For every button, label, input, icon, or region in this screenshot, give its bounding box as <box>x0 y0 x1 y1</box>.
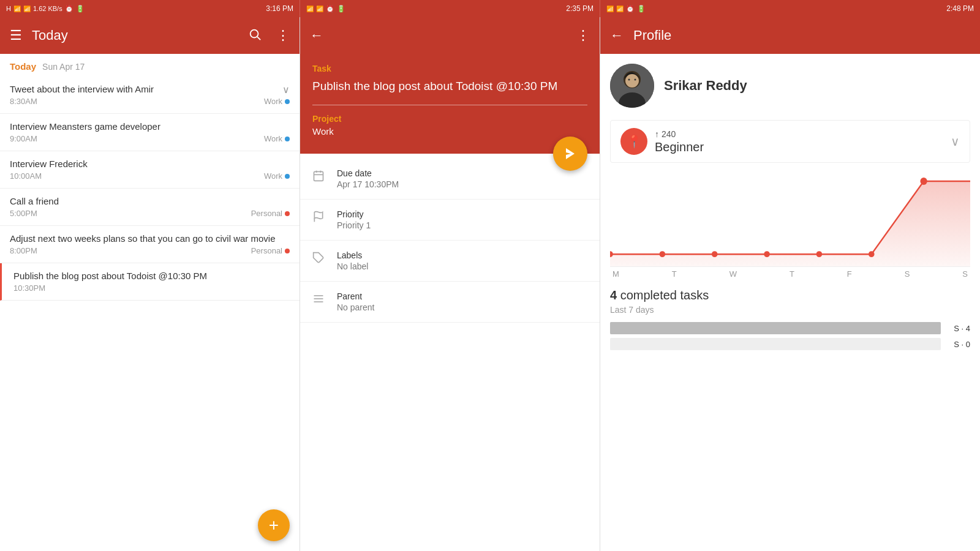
task-meta: 8:30AM Work <box>10 97 290 106</box>
task-project: Personal <box>251 209 290 218</box>
task-project: Personal <box>251 246 290 255</box>
svg-point-16 <box>628 79 630 81</box>
detail-label: Due date <box>337 168 399 178</box>
task-project: Work <box>264 171 290 181</box>
task-section-label: Task <box>312 64 587 73</box>
task-detail-title: Publish the blog post about Todoist @10:… <box>312 78 587 105</box>
more-icon[interactable]: ⋮ <box>576 28 590 43</box>
project-dot <box>285 137 290 141</box>
profile-header: ← Profile <box>600 17 980 54</box>
karma-info: ↑ 240 Beginner <box>655 129 943 154</box>
task-item[interactable]: Adjust next two weeks plans so that you … <box>0 226 300 263</box>
svg-marker-2 <box>566 148 575 159</box>
project-dot <box>285 249 290 253</box>
add-task-button[interactable]: + <box>258 509 290 541</box>
bar-track-empty <box>610 338 941 350</box>
detail-value: No parent <box>337 302 374 312</box>
task-item[interactable]: Publish the blog post about Todoist @10:… <box>0 263 300 301</box>
karma-section[interactable]: 📍 ↑ 240 Beginner ∨ <box>610 120 970 163</box>
signal-3: 📶 📶 ⏰ 🔋 <box>606 5 646 13</box>
speed-indicator: 1.62 KB/s <box>33 5 62 12</box>
today-label: Today <box>10 61 36 72</box>
project-section-value: Work <box>312 126 587 137</box>
task-project: Work <box>264 134 290 143</box>
svg-point-20 <box>660 251 665 257</box>
more-icon[interactable]: ⋮ <box>276 28 290 43</box>
detail-content: Due date Apr 17 10:30PM <box>337 168 399 189</box>
detail-value: Priority 1 <box>337 220 371 230</box>
karma-level: Beginner <box>655 140 943 154</box>
back-button[interactable]: ← <box>310 28 323 43</box>
detail-row-parent[interactable]: Parent No parent <box>300 282 600 323</box>
detail-label: Labels <box>337 250 368 260</box>
back-button-profile[interactable]: ← <box>610 28 624 43</box>
parent-icon <box>312 293 327 308</box>
bar-row: S · 0 <box>610 338 970 350</box>
svg-point-22 <box>764 251 769 257</box>
task-meta: 10:30PM <box>13 283 290 293</box>
task-meta: 8:00PM Personal <box>10 246 290 255</box>
clock-1: 3:16 PM <box>266 4 293 13</box>
search-icon[interactable] <box>248 28 262 44</box>
chevron-down-icon: ∨ <box>951 134 960 149</box>
panel-profile: ← Profile <box>600 17 980 551</box>
detail-value: Apr 17 10:30PM <box>337 179 399 189</box>
detail-row-labels[interactable]: Labels No label <box>300 241 600 282</box>
karma-count: ↑ 240 <box>655 129 943 139</box>
chart-section: M T W T F S S <box>610 175 970 279</box>
date-full: Sun Apr 17 <box>42 62 85 72</box>
task-item[interactable]: Tweet about the interview with Amir 8:30… <box>0 77 300 114</box>
last-days-label: Last 7 days <box>610 305 970 315</box>
signal-1: H 📶 📶 1.62 KB/s ⏰ 🔋 <box>6 5 85 13</box>
task-detail-top: Task Publish the blog post about Todoist… <box>300 54 600 154</box>
task-meta: 5:00PM Personal <box>10 209 290 218</box>
task-name: Call a friend <box>10 196 290 206</box>
svg-point-25 <box>920 178 927 185</box>
today-content: Today Sun Apr 17 Tweet about the intervi… <box>0 54 300 551</box>
svg-point-23 <box>816 251 822 257</box>
task-time: 9:00AM <box>10 134 37 143</box>
task-item[interactable]: Interview Frederick 10:00AM Work <box>0 151 300 189</box>
task-name: Tweet about the interview with Amir <box>10 84 290 94</box>
completed-section: 4 completed tasks Last 7 days S · 4 <box>610 288 970 350</box>
expand-icon[interactable]: ∨ <box>282 84 290 96</box>
panel-task-detail: ← ⋮ Task Publish the blog post about Tod… <box>300 17 600 551</box>
task-time: 8:30AM <box>10 97 37 106</box>
bar-label: S · 0 <box>946 340 970 349</box>
svg-point-15 <box>625 74 639 88</box>
svg-point-24 <box>869 251 874 257</box>
task-item[interactable]: Call a friend 5:00PM Personal <box>0 189 300 226</box>
svg-line-1 <box>257 37 260 40</box>
detail-content: Labels No label <box>337 250 368 271</box>
signal-2: 📶 📶 ⏰ 🔋 <box>306 5 345 13</box>
task-meta: 9:00AM Work <box>10 134 290 143</box>
clock-2: 2:35 PM <box>566 4 594 13</box>
task-name: Publish the blog post about Todoist @10:… <box>13 271 290 281</box>
detail-label: Parent <box>337 291 374 301</box>
svg-rect-3 <box>314 171 323 181</box>
task-detail-header: ← ⋮ <box>300 17 600 54</box>
svg-point-21 <box>712 251 717 257</box>
task-name: Interview Frederick <box>10 159 290 169</box>
task-detail-content: Due date Apr 17 10:30PM Priority Priorit… <box>300 154 600 551</box>
send-icon <box>563 146 578 161</box>
task-item[interactable]: Interview Meansters game developer 9:00A… <box>0 114 300 151</box>
chart-days: M T W T F S S <box>610 267 970 279</box>
completed-count: 4 completed tasks <box>610 288 970 302</box>
avatar-image <box>610 64 654 108</box>
task-name: Interview Meansters game developer <box>10 121 290 132</box>
profile-content: Srikar Reddy 📍 ↑ 240 Beginner ∨ <box>600 54 980 551</box>
avatar <box>610 64 654 108</box>
profile-title: Profile <box>633 28 671 43</box>
detail-row-priority[interactable]: Priority Priority 1 <box>300 200 600 241</box>
label-icon <box>312 252 327 267</box>
send-button[interactable] <box>553 137 587 171</box>
svg-point-0 <box>251 29 258 37</box>
detail-row-duedate[interactable]: Due date Apr 17 10:30PM <box>300 159 600 200</box>
calendar-icon <box>312 170 327 185</box>
status-bar-2: 📶 📶 ⏰ 🔋 2:35 PM <box>300 0 600 17</box>
project-dot <box>285 99 290 104</box>
menu-icon[interactable]: ☰ <box>10 28 22 43</box>
today-title: Today <box>32 28 238 43</box>
project-dot <box>285 174 290 179</box>
